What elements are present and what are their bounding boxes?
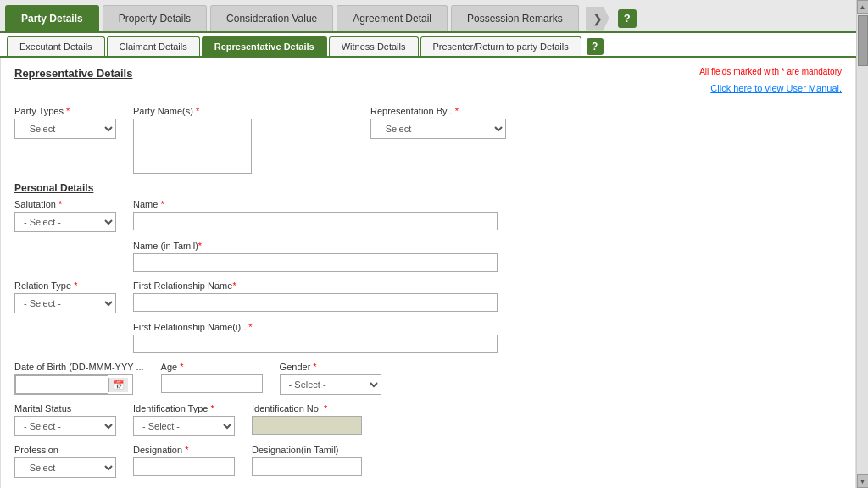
mandatory-note: All fields marked with * are mandatory: [699, 67, 842, 76]
tab-property-details[interactable]: Property Details: [103, 5, 207, 31]
tab-party-details[interactable]: Party Details: [5, 5, 99, 31]
input-name[interactable]: [133, 212, 498, 230]
scrollbar-up-button[interactable]: ▲: [857, 0, 869, 14]
nav-arrow[interactable]: ❯: [586, 7, 609, 30]
section-header: Representative Details All fields marked…: [14, 67, 842, 81]
group-name: Name *: [133, 199, 842, 230]
tab-agreement-detail[interactable]: Agreement Detail: [337, 5, 448, 31]
label-profession: Profession: [14, 445, 116, 455]
section-title: Representative Details: [14, 67, 132, 80]
label-party-names: Party Name(s) *: [133, 106, 252, 116]
top-help-button[interactable]: ?: [618, 9, 637, 28]
scrollbar-down-button[interactable]: ▼: [857, 474, 869, 488]
label-name: Name *: [133, 199, 842, 209]
sub-help-button[interactable]: ?: [587, 38, 604, 55]
label-representation-by: Representation By . *: [370, 106, 506, 116]
group-party-names: Party Name(s) *: [133, 106, 252, 174]
select-relation-type[interactable]: - Select -: [14, 293, 116, 313]
group-dob: Date of Birth (DD-MMM-YYY ... 📅: [14, 362, 144, 395]
label-marital-status: Marital Status: [14, 403, 116, 413]
group-relation-type: Relation Type * - Select -: [14, 280, 116, 313]
sub-tab-witness[interactable]: Witness Details: [329, 36, 419, 56]
sub-tabs: Executant Details Claimant Details Repre…: [0, 33, 856, 58]
sub-tab-claimant[interactable]: Claimant Details: [107, 36, 200, 56]
select-salutation[interactable]: - Select -: [14, 212, 116, 232]
textarea-party-names[interactable]: [133, 119, 252, 174]
sub-tab-presenter[interactable]: Presenter/Return to party Details: [420, 36, 581, 56]
group-identification-type: Identification Type * - Select -: [133, 403, 235, 436]
select-party-types[interactable]: - Select -: [14, 119, 116, 139]
row-name-tamil: Name (in Tamil)*: [14, 241, 842, 272]
label-age: Age *: [161, 362, 263, 372]
group-designation-tamil: Designation(in Tamil): [252, 445, 362, 476]
group-marital-status: Marital Status - Select -: [14, 403, 116, 436]
divider: [14, 97, 842, 97]
label-relation-type: Relation Type *: [14, 280, 116, 291]
main-content: Representative Details All fields marked…: [0, 58, 856, 488]
input-name-tamil[interactable]: [133, 253, 498, 272]
group-gender: Gender * - Select -: [280, 362, 381, 395]
row-relation: Relation Type * - Select - First Relatio…: [14, 280, 842, 313]
top-nav: Party Details Property Details Considera…: [0, 0, 856, 33]
sub-tab-representative[interactable]: Representative Details: [202, 36, 327, 56]
group-designation: Designation *: [133, 445, 235, 476]
personal-details-section: Personal Details Salutation * - Select -: [14, 182, 842, 488]
select-marital-status[interactable]: - Select -: [14, 416, 116, 436]
group-first-relationship-name: First Relationship Name*: [133, 280, 842, 312]
label-designation: Designation *: [133, 445, 235, 455]
group-salutation: Salutation * - Select -: [14, 199, 116, 232]
dob-input-wrap: 📅: [14, 374, 133, 395]
group-first-relationship-i: First Relationship Name(i) . *: [133, 322, 498, 353]
label-name-tamil: Name (in Tamil)*: [133, 241, 498, 251]
row-party-info: Party Types * - Select - Party Name(s) *…: [14, 106, 842, 174]
input-first-relationship-i[interactable]: [133, 335, 498, 353]
select-profession[interactable]: - Select -: [14, 458, 116, 478]
group-representation-by: Representation By . * - Select -: [370, 106, 506, 139]
input-dob[interactable]: [15, 375, 108, 394]
label-identification-no: Identification No. *: [252, 403, 362, 413]
input-designation-tamil[interactable]: [252, 458, 362, 476]
label-first-relationship-name: First Relationship Name*: [133, 280, 842, 291]
select-gender[interactable]: - Select -: [280, 374, 381, 395]
label-party-types: Party Types *: [14, 106, 116, 116]
input-designation[interactable]: [133, 458, 235, 476]
group-age: Age *: [161, 362, 263, 393]
mandatory-star: *: [782, 67, 785, 76]
select-representation-by[interactable]: - Select -: [370, 119, 506, 139]
label-salutation: Salutation *: [14, 199, 116, 209]
calendar-icon[interactable]: 📅: [108, 378, 128, 392]
tab-consideration-value[interactable]: Consideration Value: [210, 5, 333, 31]
row-salutation-name: Salutation * - Select - Name *: [14, 199, 842, 232]
row-dob-age-gender: Date of Birth (DD-MMM-YYY ... 📅 Age *: [14, 362, 842, 395]
row-marital-id: Marital Status - Select - Identification…: [14, 403, 842, 436]
sub-tab-executant[interactable]: Executant Details: [7, 36, 105, 56]
group-name-tamil: Name (in Tamil)*: [133, 241, 498, 272]
arrow-icon: ❯: [593, 12, 603, 25]
tab-possession-remarks[interactable]: Possession Remarks: [451, 5, 579, 31]
personal-details-label: Personal Details: [14, 182, 842, 194]
input-first-relationship-name[interactable]: [133, 293, 498, 312]
label-first-relationship-i: First Relationship Name(i) . *: [133, 322, 498, 332]
select-identification-type[interactable]: - Select -: [133, 416, 235, 436]
group-identification-no: Identification No. *: [252, 403, 362, 435]
label-dob: Date of Birth (DD-MMM-YYY ...: [14, 362, 144, 372]
group-profession: Profession - Select -: [14, 445, 116, 478]
label-identification-type: Identification Type *: [133, 403, 235, 413]
group-party-types: Party Types * - Select -: [14, 106, 116, 139]
scrollbar-track: ▲ ▼: [856, 0, 868, 488]
user-manual-link[interactable]: Click here to view User Manual.: [14, 83, 842, 93]
scrollbar-thumb[interactable]: [858, 15, 868, 66]
input-age[interactable]: [161, 374, 263, 393]
input-identification-no[interactable]: [252, 416, 362, 435]
row-profession-designation: Profession - Select - Designation *: [14, 445, 842, 478]
label-designation-tamil: Designation(in Tamil): [252, 445, 362, 455]
label-gender: Gender *: [280, 362, 381, 372]
row-first-relationship-i: First Relationship Name(i) . *: [14, 322, 842, 353]
